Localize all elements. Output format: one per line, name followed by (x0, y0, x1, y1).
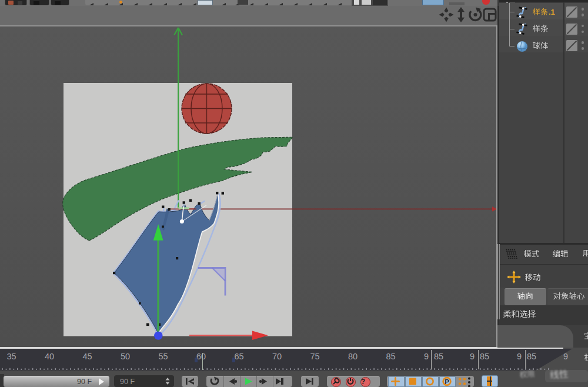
svg-text:P: P (445, 378, 449, 385)
svg-text:?: ? (361, 378, 365, 386)
